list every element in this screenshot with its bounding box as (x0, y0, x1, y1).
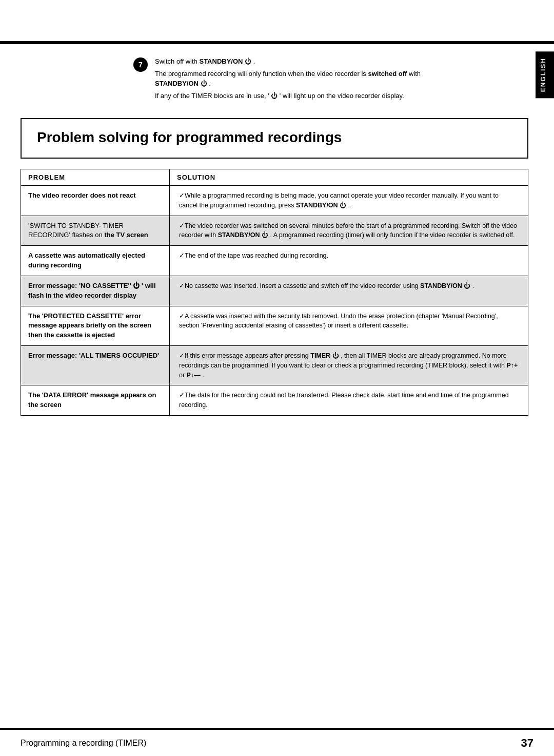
main-content: 7 Switch off with STANDBY/ON ⏻ . The pro… (21, 46, 528, 725)
problem-text-3: A cassette was automatically ejected dur… (28, 251, 145, 269)
problem-text-2: 'SWITCH TO STANDBY- TIMER RECORDING' fla… (28, 222, 148, 239)
table-row: 'SWITCH TO STANDBY- TIMER RECORDING' fla… (21, 216, 528, 246)
solution-text-3: ✓The end of the tape was reached during … (179, 252, 328, 259)
step7-line1: Switch off with STANDBY/ON ⏻ . (155, 56, 422, 67)
problem-text-7: The 'DATA ERROR' message appears on the … (28, 391, 156, 409)
col-header-problem: PROBLEM (21, 169, 170, 185)
solution-cell-6: ✓If this error message appears after pre… (170, 346, 528, 385)
section-heading-box: Problem solving for programmed recording… (21, 118, 528, 159)
problem-cell-5: The 'PROTECTED CASSETTE' error message a… (21, 306, 170, 346)
solution-cell-3: ✓The end of the tape was reached during … (170, 246, 528, 276)
solution-cell-5: ✓A cassette was inserted with the securi… (170, 306, 528, 346)
page-number: 37 (521, 736, 533, 750)
solution-text-4: ✓No cassette was inserted. Insert a cass… (179, 282, 474, 289)
bottom-label: Programming a recording (TIMER) (21, 739, 146, 748)
problem-text-1: The video recorder does not react (28, 191, 136, 199)
table-row: The video recorder does not react ✓While… (21, 186, 528, 216)
problem-cell-2: 'SWITCH TO STANDBY- TIMER RECORDING' fla… (21, 216, 170, 246)
solution-cell-1: ✓While a programmed recording is being m… (170, 186, 528, 216)
solution-text-1: ✓While a programmed recording is being m… (179, 192, 499, 209)
solution-text-5: ✓A cassette was inserted with the securi… (179, 313, 498, 329)
solution-cell-4: ✓No cassette was inserted. Insert a cass… (170, 276, 528, 306)
problem-cell-3: A cassette was automatically ejected dur… (21, 246, 170, 276)
problem-cell-1: The video recorder does not react (21, 186, 170, 216)
solution-text-2: ✓The video recorder was switched on seve… (179, 222, 517, 239)
top-border (0, 41, 554, 44)
problem-text-6: Error message: 'ALL TIMERS OCCUPIED' (28, 352, 159, 359)
table-row: The 'DATA ERROR' message appears on the … (21, 385, 528, 415)
table-row: A cassette was automatically ejected dur… (21, 246, 528, 276)
problem-cell-6: Error message: 'ALL TIMERS OCCUPIED' (21, 346, 170, 385)
step7-line2: The programmed recording will only funct… (155, 69, 422, 89)
sidebar-label: ENGLISH (540, 57, 547, 92)
table-row: Error message: 'NO CASSETTE'' ⏻ ' will f… (21, 276, 528, 306)
table-row: Error message: 'ALL TIMERS OCCUPIED' ✓If… (21, 346, 528, 385)
solution-cell-7: ✓The data for the recording could not be… (170, 385, 528, 415)
solution-text-6: ✓If this error message appears after pre… (179, 352, 518, 379)
sidebar-english-tab: ENGLISH (536, 51, 554, 98)
problem-cell-7: The 'DATA ERROR' message appears on the … (21, 385, 170, 415)
solution-cell-2: ✓The video recorder was switched on seve… (170, 216, 528, 246)
problem-text-4: Error message: 'NO CASSETTE'' ⏻ ' will f… (28, 282, 156, 299)
table-header-row: PROBLEM SOLUTION (21, 169, 528, 186)
step7-section: 7 Switch off with STANDBY/ON ⏻ . The pro… (21, 56, 528, 103)
step7-line3: If any of the TIMER blocks are in use, '… (155, 91, 422, 101)
col-header-solution: SOLUTION (170, 169, 528, 185)
step7-text: Switch off with STANDBY/ON ⏻ . The progr… (155, 56, 422, 103)
section-heading: Problem solving for programmed recording… (37, 128, 512, 146)
solution-text-7: ✓The data for the recording could not be… (179, 392, 509, 409)
problem-solution-table: PROBLEM SOLUTION The video recorder does… (21, 169, 528, 416)
bottom-bar: Programming a recording (TIMER) 37 (0, 728, 554, 756)
problem-cell-4: Error message: 'NO CASSETTE'' ⏻ ' will f… (21, 276, 170, 306)
page: ENGLISH 7 Switch off with STANDBY/ON ⏻ .… (0, 0, 554, 756)
problem-text-5: The 'PROTECTED CASSETTE' error message a… (28, 312, 151, 339)
table-row: The 'PROTECTED CASSETTE' error message a… (21, 306, 528, 346)
step7-number: 7 (133, 57, 148, 72)
